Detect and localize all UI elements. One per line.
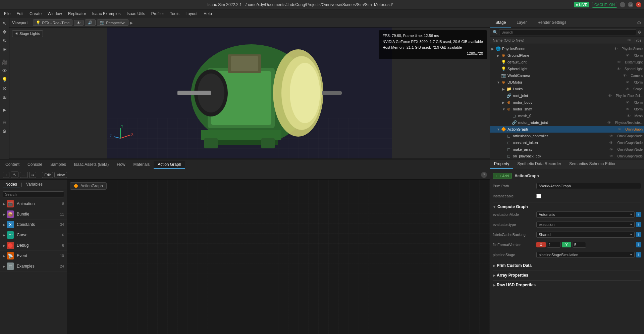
fabric-cache-dropdown[interactable]: Shared (536, 232, 635, 238)
category-curve[interactable]: ▶ 〜 Curve 6 (0, 230, 67, 240)
compute-graph-section[interactable]: ▼ Compute Graph (493, 202, 641, 210)
tab-samples[interactable]: Samples (46, 161, 70, 169)
tab-console[interactable]: Console (23, 161, 46, 169)
action-graph-canvas[interactable]: 🔶 ActionGraph (67, 180, 490, 334)
toolbar-play[interactable]: ▶ (1, 106, 8, 113)
tab-semantics[interactable]: Semantics Schema Editor (565, 159, 620, 169)
tab-synthetic-data[interactable]: Synthetic Data Recorder (513, 159, 565, 169)
toolbar-camera[interactable]: 🎥 (1, 58, 8, 66)
evaluator-type-info-btn[interactable]: i (636, 222, 641, 227)
raw-usd-section[interactable]: ▶ Raw USD Properties (493, 280, 641, 289)
tab-layer[interactable]: Layer (511, 18, 532, 28)
category-event[interactable]: ▶ 📡 Event 10 (0, 251, 67, 261)
stage-lights-button[interactable]: ☀ Stage Lights (12, 30, 43, 37)
menu-tools[interactable]: Tools (167, 11, 182, 17)
options-button[interactable]: •• (29, 172, 37, 178)
toolbar-settings[interactable]: ⚙ (1, 128, 8, 135)
add-button[interactable]: + + Add (493, 173, 512, 179)
tab-stage[interactable]: Stage (490, 18, 511, 28)
menu-help[interactable]: Help (201, 11, 215, 17)
close-button[interactable]: ✕ (636, 2, 641, 7)
edit-button[interactable]: Edit (42, 172, 53, 178)
toolbar-rotate[interactable]: ↻ (1, 37, 8, 44)
eval-mode-dropdown[interactable]: Automatic (536, 211, 635, 218)
menu-isaac utils[interactable]: Isaac Utils (124, 11, 148, 17)
more-button[interactable]: ... (20, 172, 28, 178)
maximize-button[interactable]: □ (628, 2, 633, 7)
toolbar-select[interactable]: ↖ (1, 19, 8, 27)
view-button[interactable]: View (54, 172, 67, 178)
toolbar-eye[interactable]: 👁 (1, 67, 8, 75)
rtx-mode-button[interactable]: 💡 RTX - Real-Time (33, 19, 72, 26)
menu-replicator[interactable]: Replicator (65, 11, 89, 17)
pipeline-stage-select[interactable]: pipelineStageSimulation (536, 252, 635, 258)
eye-button[interactable]: 👁 (74, 20, 84, 26)
file-format-info-btn[interactable]: i (636, 242, 641, 247)
fabric-cache-select[interactable]: Shared (536, 232, 635, 238)
visibility-icon[interactable]: 👁 (617, 60, 621, 64)
node-search-input[interactable] (3, 191, 64, 197)
tab-content[interactable]: Content (1, 161, 23, 169)
visibility-icon[interactable]: 👁 (609, 141, 613, 145)
eval-mode-select[interactable]: Automatic (536, 211, 635, 218)
tree-item-make-array[interactable]: ◻ make_array 👁 OmniGraphNode (490, 146, 644, 153)
menu-window[interactable]: Window (45, 11, 65, 17)
visibility-icon[interactable]: 👁 (626, 100, 630, 104)
toolbar-grid[interactable]: ⊞ (1, 93, 8, 101)
tree-item-articulation-controller[interactable]: ◻ articulation_controller 👁 OmniGraphNod… (490, 133, 644, 139)
variables-tab[interactable]: Variables (23, 181, 45, 188)
visibility-icon[interactable]: 👁 (608, 94, 612, 98)
file-format-1-input[interactable] (547, 242, 560, 248)
prim-path-input[interactable] (536, 183, 641, 189)
tree-item-looks[interactable]: ▶ 📁 Looks 👁 Scope (490, 86, 644, 92)
toolbar-scale[interactable]: ⊞ (1, 46, 8, 53)
audio-button[interactable]: 🔊 (85, 19, 96, 26)
tab-property[interactable]: Property (490, 159, 513, 169)
menu-layout[interactable]: Layout (183, 11, 200, 17)
tree-item-sphere-light[interactable]: 💡 SphereLight 👁 SphereLight (490, 65, 644, 72)
filter-icon[interactable]: ⚙ (637, 20, 641, 26)
tab-isaac-assets[interactable]: Isaac Assets (Beta) (70, 161, 113, 169)
tree-item-default-light[interactable]: 💡 defaultLight 👁 DistantLight (490, 59, 644, 65)
nodes-tab[interactable]: Nodes (3, 181, 20, 188)
add-node-button[interactable]: + (3, 172, 9, 178)
tree-item-root-joint[interactable]: 🔗 root_joint 👁 PhysicsFixedJoi... (490, 92, 644, 99)
viewport-canvas[interactable]: X Y Z FPS: 79.60, Frame time: 12.56 ms N… (9, 28, 490, 158)
stage-search-input[interactable] (499, 29, 636, 35)
tab-flow[interactable]: Flow (113, 161, 129, 169)
help-button[interactable]: ? (481, 172, 487, 178)
category-constants[interactable]: ▶ X Constants 34 (0, 220, 67, 230)
eval-mode-info-btn[interactable]: i (636, 212, 641, 217)
menu-file[interactable]: File (1, 11, 13, 17)
tree-item-physics-scene[interactable]: ▶ 🌐 PhysicsScene 👁 PhysicsScene (490, 45, 644, 52)
tree-item-constant-token[interactable]: ◻ constant_token 👁 OmniGraphNode (490, 139, 644, 146)
visibility-icon[interactable]: 👁 (626, 80, 630, 84)
visibility-icon[interactable]: 👁 (626, 87, 629, 91)
visibility-icon[interactable]: 👁 (626, 107, 630, 111)
perspective-button[interactable]: 📷 Perspective (97, 19, 128, 26)
evaluator-type-select[interactable]: execution (536, 222, 635, 228)
toolbar-light[interactable]: 💡 (1, 76, 8, 83)
visibility-icon[interactable]: 👁 (617, 67, 621, 71)
tree-item-motor-body[interactable]: ▶ ⊕ motor_body 👁 Xform (490, 99, 644, 106)
visibility-icon[interactable]: 👁 (609, 154, 613, 158)
tree-item-dd-motor[interactable]: ▼ ⊕ DDMotor 👁 Xform (490, 79, 644, 86)
visibility-icon[interactable]: 👁 (609, 147, 613, 151)
tab-materials[interactable]: Materials (129, 161, 154, 169)
visibility-icon[interactable]: 👁 (614, 47, 618, 51)
menu-isaac examples[interactable]: Isaac Examples (90, 11, 123, 17)
menu-edit[interactable]: Edit (14, 11, 26, 17)
prim-custom-data-section[interactable]: ▶ Prim Custom Data (493, 261, 641, 269)
array-properties-section[interactable]: ▶ Array Properties (493, 271, 641, 279)
visibility-icon[interactable]: 👁 (609, 134, 613, 138)
filter-toggle-icon[interactable]: ⚙ (638, 30, 641, 35)
cursor-button[interactable]: ↖ (11, 172, 18, 178)
tree-item-mesh-0[interactable]: ◻ mesh_0 👁 Mesh (490, 112, 644, 119)
pipeline-stage-info-btn[interactable]: i (636, 252, 641, 257)
visibility-icon[interactable]: 👁 (623, 74, 627, 78)
category-examples[interactable]: ▶ ◻ Examples 24 (0, 261, 67, 272)
instanceable-checkbox[interactable] (536, 194, 541, 198)
toolbar-snap[interactable]: ⊙ (1, 85, 8, 92)
visibility-icon[interactable]: 👁 (626, 53, 630, 57)
toolbar-move[interactable]: ✥ (1, 28, 8, 36)
